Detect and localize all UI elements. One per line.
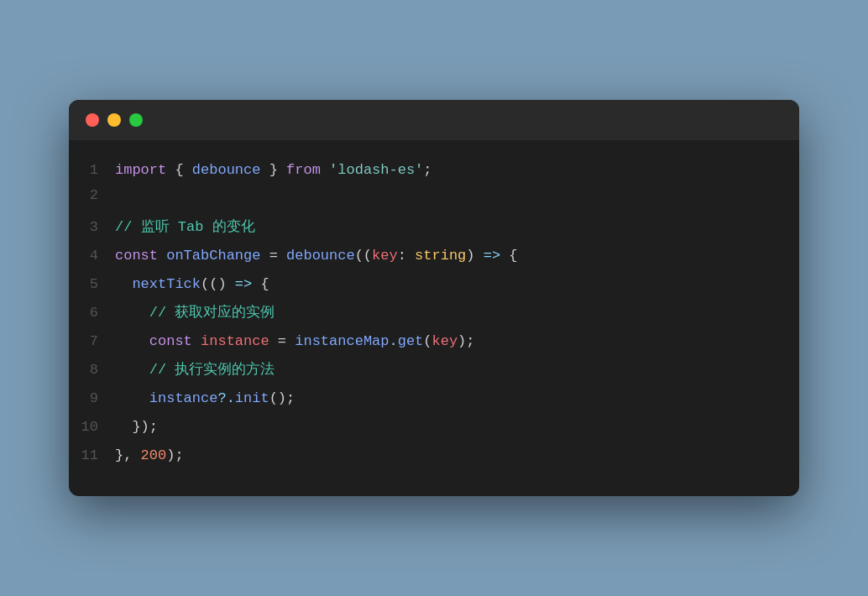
- line-number: 11: [69, 447, 115, 463]
- line-number: 8: [69, 362, 115, 378]
- token-method-name: init: [235, 390, 269, 406]
- token-kw-string: 'lodash-es': [329, 162, 423, 178]
- line-number: 5: [69, 276, 115, 292]
- line-number: 1: [69, 162, 115, 178]
- token-punctuation: ?.: [217, 390, 234, 406]
- line-content: }, 200);: [115, 444, 184, 467]
- code-line: 10 });: [69, 414, 799, 442]
- line-content: const instance = instanceMap.get(key);: [115, 330, 475, 353]
- token-plain: }: [260, 162, 286, 178]
- line-content: // 监听 Tab 的变化: [115, 216, 255, 238]
- line-number: 7: [69, 333, 115, 349]
- token-plain: [192, 333, 201, 349]
- code-line: 2: [69, 186, 799, 214]
- token-fn-call: nextTick: [132, 276, 201, 292]
- minimize-button[interactable]: [107, 113, 121, 127]
- token-arrow: =>: [235, 276, 252, 292]
- token-plain: :: [398, 248, 415, 264]
- token-fn-call: debounce: [286, 248, 355, 264]
- code-line: 1import { debounce } from 'lodash-es';: [69, 157, 799, 186]
- token-plain: [115, 276, 132, 292]
- token-plain: [115, 390, 149, 406]
- line-number: 10: [69, 419, 115, 435]
- token-plain: {: [252, 276, 269, 292]
- token-kw-const: const: [149, 333, 192, 349]
- code-window: 1import { debounce } from 'lodash-es';23…: [69, 100, 799, 496]
- token-fn-call: instance: [149, 390, 218, 406]
- code-line: 8 // 执行实例的方法: [69, 357, 799, 385]
- token-comment: // 获取对应的实例: [149, 305, 275, 321]
- line-content: instance?.init();: [115, 387, 295, 410]
- token-plain: ((: [355, 248, 372, 264]
- token-var-name: key: [432, 333, 458, 349]
- token-type-name: string: [415, 248, 466, 264]
- token-fn-call: instanceMap: [295, 333, 389, 349]
- token-plain: (: [423, 333, 431, 349]
- token-var-name: key: [372, 248, 398, 264]
- token-var-name: instance: [201, 333, 269, 349]
- token-kw-import: import: [115, 162, 166, 178]
- token-plain: ): [466, 248, 483, 264]
- token-kw-from: from: [286, 162, 321, 178]
- token-punctuation: .: [389, 333, 397, 349]
- token-comment: // 执行实例的方法: [149, 362, 275, 378]
- titlebar: [69, 100, 799, 140]
- line-number: 3: [69, 219, 115, 235]
- token-number: 200: [141, 447, 167, 463]
- token-plain: );: [166, 447, 183, 463]
- token-method-name: get: [398, 333, 424, 349]
- token-plain: });: [115, 419, 158, 435]
- token-comment: // 监听 Tab 的变化: [115, 219, 255, 235]
- token-plain: {: [500, 248, 517, 264]
- line-content: // 获取对应的实例: [115, 301, 275, 324]
- code-line: 7 const instance = instanceMap.get(key);: [69, 328, 799, 357]
- maximize-button[interactable]: [129, 113, 143, 127]
- token-plain: [158, 248, 166, 264]
- token-plain: =: [260, 248, 286, 264]
- code-area: 1import { debounce } from 'lodash-es';23…: [69, 140, 799, 496]
- token-plain: ;: [423, 162, 431, 178]
- token-fn-name: onTabChange: [166, 248, 260, 264]
- code-line: 9 instance?.init();: [69, 385, 799, 414]
- line-number: 4: [69, 248, 115, 264]
- code-line: 11}, 200);: [69, 442, 799, 471]
- close-button[interactable]: [86, 113, 99, 127]
- line-content: });: [115, 416, 158, 438]
- line-content: import { debounce } from 'lodash-es';: [115, 159, 432, 181]
- token-kw-const: const: [115, 248, 158, 264]
- line-number: 9: [69, 390, 115, 406]
- token-plain: ((): [201, 276, 235, 292]
- token-plain: ();: [269, 390, 295, 406]
- token-arrow: =>: [484, 248, 500, 264]
- token-plain: [321, 162, 329, 178]
- code-line: 5 nextTick(() => {: [69, 271, 799, 300]
- token-plain: );: [458, 333, 474, 349]
- line-number: 6: [69, 305, 115, 321]
- line-number: 2: [69, 187, 115, 203]
- code-line: 3// 监听 Tab 的变化: [69, 214, 799, 243]
- code-line: 6 // 获取对应的实例: [69, 300, 799, 328]
- line-content: const onTabChange = debounce((key: strin…: [115, 244, 518, 267]
- token-plain: [115, 362, 149, 378]
- token-fn-name: debounce: [192, 162, 261, 178]
- token-plain: },: [115, 447, 141, 463]
- line-content: nextTick(() => {: [115, 273, 269, 295]
- token-plain: {: [166, 162, 192, 178]
- token-plain: [115, 305, 149, 321]
- token-plain: =: [269, 333, 295, 349]
- token-plain: [115, 333, 149, 349]
- code-line: 4const onTabChange = debounce((key: stri…: [69, 243, 799, 271]
- line-content: // 执行实例的方法: [115, 358, 275, 381]
